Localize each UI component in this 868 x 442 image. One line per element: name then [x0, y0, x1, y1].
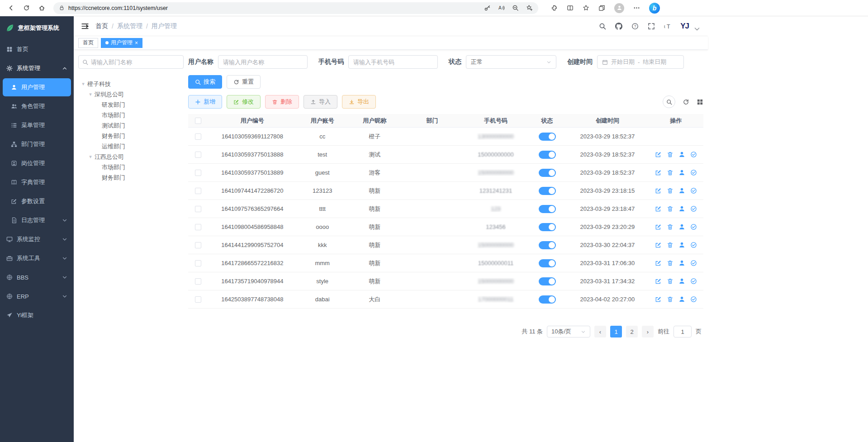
- collections-icon[interactable]: [598, 5, 605, 11]
- sidebar-item-log-mgmt[interactable]: 日志管理: [3, 211, 71, 229]
- fullscreen-icon[interactable]: [648, 23, 655, 30]
- reset-password-icon[interactable]: [678, 205, 685, 212]
- toggle-search-button[interactable]: [663, 95, 675, 108]
- sidebar-item-param-settings[interactable]: 参数设置: [3, 192, 71, 210]
- assign-role-icon[interactable]: [690, 278, 697, 285]
- tree-node[interactable]: 测试部门: [78, 120, 184, 131]
- reset-password-icon[interactable]: [678, 242, 685, 248]
- tree-node[interactable]: 研发部门: [78, 100, 184, 110]
- page-button-2[interactable]: 2: [626, 326, 638, 337]
- table-row[interactable]: 1642503897748738048 dabai 大白 17000000011…: [188, 290, 703, 309]
- refresh-icon[interactable]: [20, 2, 33, 14]
- sidebar-item-dept-mgmt[interactable]: 部门管理: [3, 135, 71, 153]
- edit-icon[interactable]: [655, 169, 662, 176]
- profile-icon[interactable]: [614, 3, 624, 13]
- add-favorite-icon[interactable]: [526, 5, 533, 11]
- delete-icon[interactable]: [667, 296, 674, 303]
- status-toggle[interactable]: [539, 169, 556, 177]
- github-icon[interactable]: [615, 23, 622, 30]
- edit-icon[interactable]: [655, 296, 662, 303]
- table-row[interactable]: 1641728665572216832 mmm 萌新 15000000011 2…: [188, 254, 703, 272]
- tree-node[interactable]: 市场部门: [78, 110, 184, 120]
- tree-caret-icon[interactable]: ▾: [79, 81, 87, 87]
- assign-role-icon[interactable]: [690, 242, 697, 248]
- table-row[interactable]: 1641030593775013888 test 测试 15000000000 …: [188, 146, 703, 164]
- assign-role-icon[interactable]: [690, 151, 697, 158]
- back-icon[interactable]: [5, 2, 17, 14]
- table-row[interactable]: 1641097576365297664 tttt 萌新 123 2023-03-…: [188, 200, 703, 218]
- zoom-icon[interactable]: [512, 5, 519, 11]
- assign-role-icon[interactable]: [690, 223, 697, 230]
- sidebar-item-system-monitor[interactable]: 系统监控: [3, 230, 71, 248]
- reset-password-icon[interactable]: [678, 187, 685, 194]
- user-avatar[interactable]: YJ: [680, 22, 689, 31]
- delete-icon[interactable]: [667, 205, 674, 212]
- edit-icon[interactable]: [655, 205, 662, 212]
- extensions-icon[interactable]: [551, 5, 558, 11]
- chevron-down-icon[interactable]: [693, 25, 701, 33]
- more-icon[interactable]: [633, 5, 640, 11]
- status-toggle[interactable]: [539, 277, 556, 285]
- table-row[interactable]: 1641098004586958848 oooo 萌新 123456 2023-…: [188, 218, 703, 236]
- delete-icon[interactable]: [667, 260, 674, 266]
- page-button-1[interactable]: 1: [610, 326, 622, 337]
- status-toggle[interactable]: [539, 151, 556, 159]
- assign-role-icon[interactable]: [690, 205, 697, 212]
- sidebar-item-role-mgmt[interactable]: 角色管理: [3, 97, 71, 115]
- row-checkbox[interactable]: [195, 278, 201, 285]
- status-select[interactable]: 正常: [466, 55, 556, 69]
- next-page-button[interactable]: ›: [642, 326, 654, 337]
- assign-role-icon[interactable]: [690, 169, 697, 176]
- export-button[interactable]: 导出: [342, 95, 376, 109]
- row-checkbox[interactable]: [195, 296, 201, 303]
- assign-role-icon[interactable]: [690, 260, 697, 266]
- edit-icon[interactable]: [655, 278, 662, 285]
- edit-icon[interactable]: [655, 223, 662, 230]
- delete-icon[interactable]: [667, 278, 674, 285]
- sidebar-item-dict-mgmt[interactable]: 字典管理: [3, 173, 71, 191]
- status-toggle[interactable]: [539, 223, 556, 231]
- row-checkbox[interactable]: [195, 188, 201, 194]
- read-aloud-icon[interactable]: A: [498, 5, 505, 11]
- status-toggle[interactable]: [539, 241, 556, 249]
- tree-node[interactable]: ▾深圳总公司: [78, 89, 184, 100]
- tree-node[interactable]: 财务部门: [78, 172, 184, 183]
- assign-role-icon[interactable]: [690, 187, 697, 194]
- row-checkbox[interactable]: [195, 242, 201, 248]
- row-checkbox[interactable]: [195, 260, 201, 266]
- row-checkbox[interactable]: [195, 206, 201, 212]
- table-row[interactable]: 1641441299095752704 kkk 萌新 15000000000 2…: [188, 236, 703, 254]
- split-screen-icon[interactable]: [567, 5, 574, 11]
- table-row[interactable]: 1641735719040978944 style 萌新 15000000000…: [188, 272, 703, 290]
- reset-password-icon[interactable]: [678, 151, 685, 158]
- sidebar-item-yi-framework[interactable]: Yi框架: [3, 306, 71, 324]
- reset-button[interactable]: 重置: [227, 75, 261, 89]
- table-row[interactable]: 1641097441472286720 123123 萌新 1231241231…: [188, 182, 703, 200]
- tree-node[interactable]: ▾橙子科技: [78, 79, 184, 89]
- table-row[interactable]: 1641030593691127808 cc 橙子 13000000000 20…: [188, 128, 703, 146]
- date-range-picker[interactable]: 开始日期 - 结束日期: [597, 55, 684, 69]
- table-row[interactable]: 1641030593775013889 guest 游客 15000000000…: [188, 164, 703, 182]
- edit-icon[interactable]: [655, 187, 662, 194]
- sidebar-item-erp[interactable]: ERP: [3, 287, 71, 305]
- add-button[interactable]: 新增: [188, 95, 222, 109]
- reset-password-icon[interactable]: [678, 223, 685, 230]
- assign-role-icon[interactable]: [690, 296, 697, 303]
- status-toggle[interactable]: [539, 133, 556, 141]
- status-toggle[interactable]: [539, 259, 556, 267]
- font-size-icon[interactable]: tT: [664, 23, 671, 30]
- search-icon[interactable]: [599, 23, 606, 30]
- reset-password-icon[interactable]: [678, 296, 685, 303]
- close-icon[interactable]: ×: [135, 40, 138, 46]
- tree-node[interactable]: 财务部门: [78, 131, 184, 141]
- row-checkbox[interactable]: [195, 133, 201, 140]
- breadcrumb-home[interactable]: 首页: [95, 22, 108, 30]
- reset-password-icon[interactable]: [678, 169, 685, 176]
- select-all-checkbox[interactable]: [195, 118, 201, 124]
- tree-caret-icon[interactable]: ▾: [86, 154, 95, 160]
- edit-icon[interactable]: [655, 242, 662, 248]
- sidebar-item-post-mgmt[interactable]: 岗位管理: [3, 154, 71, 172]
- help-icon[interactable]: ?: [631, 23, 639, 30]
- delete-icon[interactable]: [667, 242, 674, 248]
- edit-button[interactable]: 修改: [227, 95, 261, 109]
